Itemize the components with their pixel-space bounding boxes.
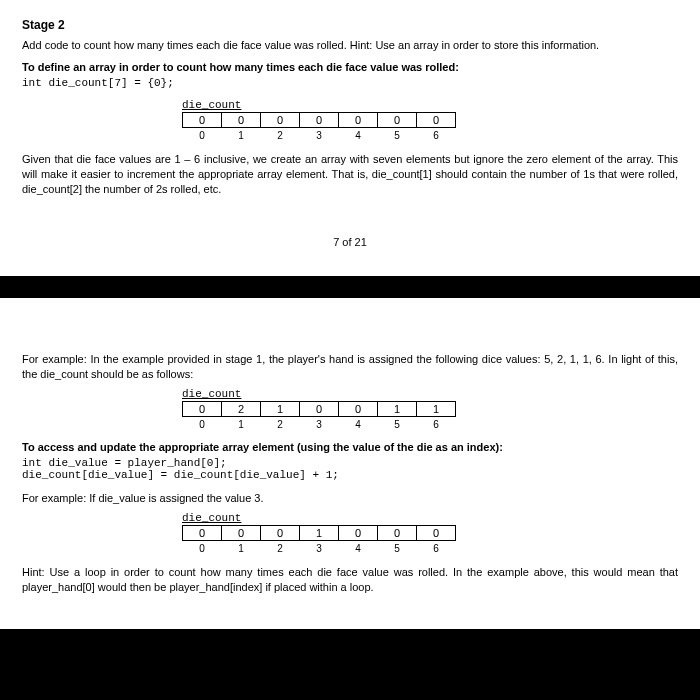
array-cell: 0 xyxy=(222,112,261,127)
array-cell: 1 xyxy=(261,402,300,417)
array-index: 0 xyxy=(183,540,222,555)
array-cell: 1 xyxy=(417,402,456,417)
array-cell: 0 xyxy=(339,525,378,540)
array-index: 2 xyxy=(261,127,300,142)
example3-intro: For example: If die_value is assigned th… xyxy=(22,491,678,506)
array-index: 4 xyxy=(339,127,378,142)
array-caption: die_count xyxy=(182,388,678,400)
final-hint: Hint: Use a loop in order to count how m… xyxy=(22,565,678,595)
array-cell: 0 xyxy=(378,525,417,540)
array-index: 4 xyxy=(339,417,378,432)
array-table-3: 0 0 0 1 0 0 0 0 1 2 3 4 5 6 xyxy=(182,525,456,555)
array-index: 2 xyxy=(261,540,300,555)
define-code: int die_count[7] = {0}; xyxy=(22,77,678,89)
array-cell: 1 xyxy=(378,402,417,417)
array-index: 3 xyxy=(300,417,339,432)
array-cell: 0 xyxy=(417,112,456,127)
define-heading: To define an array in order to count how… xyxy=(22,61,678,73)
array-index: 1 xyxy=(222,127,261,142)
array-index: 5 xyxy=(378,127,417,142)
array-figure-1: die_count 0 0 0 0 0 0 0 0 1 2 3 4 5 6 xyxy=(22,99,678,142)
array-index: 4 xyxy=(339,540,378,555)
example-intro: For example: In the example provided in … xyxy=(22,352,678,382)
array-index: 6 xyxy=(417,540,456,555)
table-row: 0 0 0 1 0 0 0 xyxy=(183,525,456,540)
array-index: 5 xyxy=(378,540,417,555)
access-heading: To access and update the appropriate arr… xyxy=(22,441,678,453)
array-cell: 0 xyxy=(261,525,300,540)
array-cell: 0 xyxy=(222,525,261,540)
array-cell: 0 xyxy=(183,112,222,127)
array-index: 3 xyxy=(300,127,339,142)
stage-heading: Stage 2 xyxy=(22,18,678,32)
array-index: 0 xyxy=(183,417,222,432)
intro-paragraph: Add code to count how many times each di… xyxy=(22,38,678,53)
array-cell: 2 xyxy=(222,402,261,417)
array-caption: die_count xyxy=(182,99,678,111)
array-cell: 0 xyxy=(339,402,378,417)
table-row: 0 1 2 3 4 5 6 xyxy=(183,540,456,555)
array-cell: 0 xyxy=(339,112,378,127)
array-table-2: 0 2 1 0 0 1 1 0 1 2 3 4 5 6 xyxy=(182,401,456,431)
page-separator xyxy=(0,276,700,298)
array-index: 5 xyxy=(378,417,417,432)
array-figure-2: die_count 0 2 1 0 0 1 1 0 1 2 3 4 5 6 xyxy=(22,388,678,431)
array-cell: 0 xyxy=(417,525,456,540)
array-cell: 0 xyxy=(378,112,417,127)
array-cell: 0 xyxy=(183,402,222,417)
array-cell: 0 xyxy=(183,525,222,540)
array-index: 3 xyxy=(300,540,339,555)
access-code: int die_value = player_hand[0]; die_coun… xyxy=(22,457,678,481)
array-table-1: 0 0 0 0 0 0 0 0 1 2 3 4 5 6 xyxy=(182,112,456,142)
array-index: 6 xyxy=(417,127,456,142)
array-cell: 0 xyxy=(261,112,300,127)
table-row: 0 1 2 3 4 5 6 xyxy=(183,127,456,142)
array-figure-3: die_count 0 0 0 1 0 0 0 0 1 2 3 4 5 6 xyxy=(22,512,678,555)
array-index: 1 xyxy=(222,417,261,432)
table-row: 0 1 2 3 4 5 6 xyxy=(183,417,456,432)
array-cell: 0 xyxy=(300,112,339,127)
page-number: 7 of 21 xyxy=(22,236,678,248)
array-index: 1 xyxy=(222,540,261,555)
array-caption: die_count xyxy=(182,512,678,524)
array-cell: 1 xyxy=(300,525,339,540)
array-index: 2 xyxy=(261,417,300,432)
array-cell: 0 xyxy=(300,402,339,417)
page-1: Stage 2 Add code to count how many times… xyxy=(0,0,700,276)
table-row: 0 0 0 0 0 0 0 xyxy=(183,112,456,127)
explain-paragraph: Given that die face values are 1 – 6 inc… xyxy=(22,152,678,197)
table-row: 0 2 1 0 0 1 1 xyxy=(183,402,456,417)
page-2: For example: In the example provided in … xyxy=(0,298,700,628)
array-index: 6 xyxy=(417,417,456,432)
array-index: 0 xyxy=(183,127,222,142)
